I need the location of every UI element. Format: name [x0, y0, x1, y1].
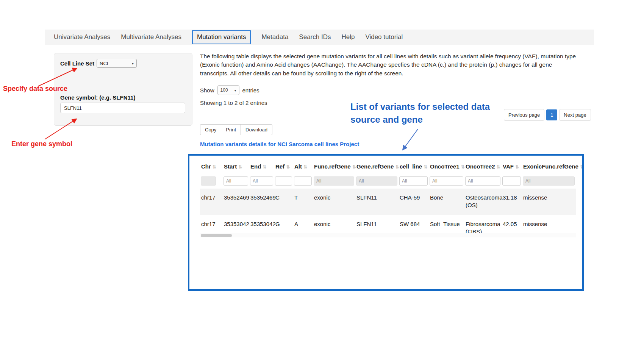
cell-func-refgene: exonic [313, 189, 355, 215]
cell-line-set-select[interactable]: NCI ▾ [97, 59, 137, 68]
column-header-end[interactable]: End⇅ [249, 159, 274, 174]
sort-icon: ⇅ [497, 164, 500, 170]
sort-icon: ⇅ [424, 164, 427, 170]
table-title: Mutation variants details for NCI Sarcom… [200, 141, 359, 147]
content-divider [45, 264, 594, 264]
column-filter-chr[interactable] [201, 176, 216, 186]
cell-vaf: 31.18 [502, 189, 522, 215]
cell-oncotree1: Bone [429, 189, 464, 215]
column-filter-vaf[interactable] [502, 176, 521, 186]
copy-button[interactable]: Copy [200, 124, 221, 135]
column-header-chr[interactable]: Chr⇅ [200, 159, 223, 174]
column-header-exonicfunc-refgene[interactable]: ExonicFunc.refGene⇅ [522, 159, 576, 174]
cell-start: 35352469 [223, 189, 249, 215]
sort-icon: ⇅ [395, 164, 399, 170]
column-filter-start[interactable] [224, 176, 248, 186]
tab-bar: Univariate Analyses Multivariate Analyse… [45, 30, 594, 45]
variants-table: Chr⇅ Start⇅ End⇅ Ref⇅ Alt⇅ Func.refGene⇅… [200, 159, 576, 241]
column-filter-exonicfunc-refgene[interactable] [523, 176, 575, 186]
column-filter-oncotree1[interactable] [430, 176, 463, 186]
header-row: Chr⇅ Start⇅ End⇅ Ref⇅ Alt⇅ Func.refGene⇅… [200, 159, 576, 174]
tab-mutation-variants[interactable]: Mutation variants [192, 30, 251, 44]
next-page-button[interactable]: Next page [559, 109, 591, 121]
tab-help[interactable]: Help [341, 33, 355, 41]
column-header-func-refgene[interactable]: Func.refGene⇅ [313, 159, 355, 174]
table-info: Showing 1 to 2 of 2 entries [200, 100, 267, 106]
column-header-oncotree1[interactable]: OncoTree1⇅ [429, 159, 464, 174]
column-header-cell-line[interactable]: cell_line⇅ [399, 159, 429, 174]
tab-video-tutorial[interactable]: Video tutorial [365, 33, 403, 41]
sort-icon: ⇅ [461, 164, 465, 170]
tab-metadata[interactable]: Metadata [261, 33, 288, 41]
sort-icon: ⇅ [580, 164, 584, 170]
column-header-oncotree2[interactable]: OncoTree2⇅ [464, 159, 502, 174]
blue-arrow-list-of-variants [403, 129, 418, 150]
cell-gene-refgene: SLFN11 [355, 189, 399, 215]
cell-oncotree2: Osteosarcoma (OS) [464, 189, 502, 215]
cell-exonicfunc-refgene: missense [522, 189, 576, 215]
column-header-ref[interactable]: Ref⇅ [274, 159, 293, 174]
scrollbar-thumb[interactable] [201, 234, 232, 237]
sort-icon: ⇅ [238, 164, 242, 170]
entries-label: entries [242, 87, 259, 94]
cell-ref: C [274, 189, 293, 215]
control-panel: Cell Line Set NCI ▾ Gene symbol: (e.g. S… [54, 53, 192, 126]
cell-alt: T [293, 189, 313, 215]
cell-line-set-value: NCI [100, 61, 108, 66]
column-filter-func-refgene[interactable] [314, 176, 354, 186]
table-description: The following table displays the selecte… [200, 52, 577, 78]
page-length-select[interactable]: 100 ▾ [217, 85, 239, 95]
pagination: Previous page 1 Next page [504, 109, 591, 121]
page-length-control: Show 100 ▾ entries [200, 85, 259, 95]
page-length-value: 100 [220, 87, 228, 93]
cell-chr: chr17 [200, 189, 223, 215]
column-filter-cell-line[interactable] [399, 176, 428, 186]
page-number-1[interactable]: 1 [546, 109, 557, 120]
column-filter-gene-refgene[interactable] [356, 176, 397, 186]
tab-multivariate-analyses[interactable]: Multivariate Analyses [121, 33, 181, 41]
tab-univariate-analyses[interactable]: Univariate Analyses [54, 33, 110, 41]
page: Univariate Analyses Multivariate Analyse… [0, 0, 644, 362]
export-buttons: Copy Print Download [200, 124, 272, 135]
column-filter-ref[interactable] [275, 176, 292, 186]
column-header-gene-refgene[interactable]: Gene.refGene⇅ [355, 159, 399, 174]
sort-icon: ⇅ [213, 164, 216, 170]
previous-page-button[interactable]: Previous page [504, 109, 544, 121]
cell-end: 35352469 [249, 189, 274, 215]
column-header-vaf[interactable]: VAF⇅ [502, 159, 522, 174]
annotation-enter-gene-symbol: Enter gene symbol [11, 140, 72, 148]
table-row: chr17 35352469 35352469 C T exonic SLFN1… [200, 189, 576, 215]
chevron-down-icon: ▾ [132, 61, 134, 66]
chevron-down-icon: ▾ [234, 88, 236, 92]
column-header-start[interactable]: Start⇅ [223, 159, 249, 174]
sort-icon: ⇅ [303, 164, 307, 170]
annotation-specify-data-source: Specify data source [3, 85, 67, 93]
sort-icon: ⇅ [263, 164, 266, 170]
column-filter-alt[interactable] [294, 176, 312, 186]
filter-row [200, 174, 576, 189]
sort-icon: ⇅ [286, 164, 290, 170]
tab-search-ids[interactable]: Search IDs [299, 33, 331, 41]
show-label: Show [200, 87, 214, 94]
print-button[interactable]: Print [221, 124, 241, 135]
gene-symbol-input[interactable] [60, 103, 185, 113]
annotation-list-of-variants: List of variants for selected data sourc… [350, 100, 501, 126]
cell-cell-line: CHA-59 [399, 189, 429, 215]
horizontal-scrollbar[interactable] [200, 233, 576, 237]
column-filter-end[interactable] [250, 176, 273, 186]
download-button[interactable]: Download [241, 124, 272, 135]
column-filter-oncotree2[interactable] [465, 176, 500, 186]
cell-line-set-label: Cell Line Set [60, 60, 94, 67]
sort-icon: ⇅ [352, 164, 356, 170]
sort-icon: ⇅ [515, 164, 519, 170]
gene-symbol-label: Gene symbol: (e.g. SLFN11) [60, 94, 135, 101]
column-header-alt[interactable]: Alt⇅ [293, 159, 313, 174]
